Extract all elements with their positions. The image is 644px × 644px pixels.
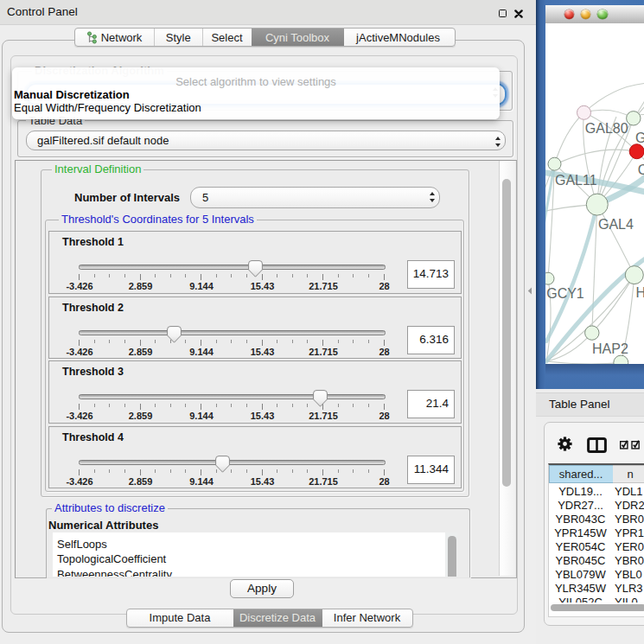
svg-text:C: C (638, 163, 644, 177)
svg-text:H: H (636, 285, 644, 300)
svg-text:GAL80: GAL80 (585, 121, 628, 136)
svg-text:HAP2: HAP2 (592, 341, 628, 356)
svg-text:GAL4: GAL4 (598, 217, 634, 232)
svg-text:GCY1: GCY1 (546, 286, 584, 301)
svg-text:GAL11: GAL11 (555, 173, 597, 188)
svg-text:GA: GA (635, 131, 644, 145)
